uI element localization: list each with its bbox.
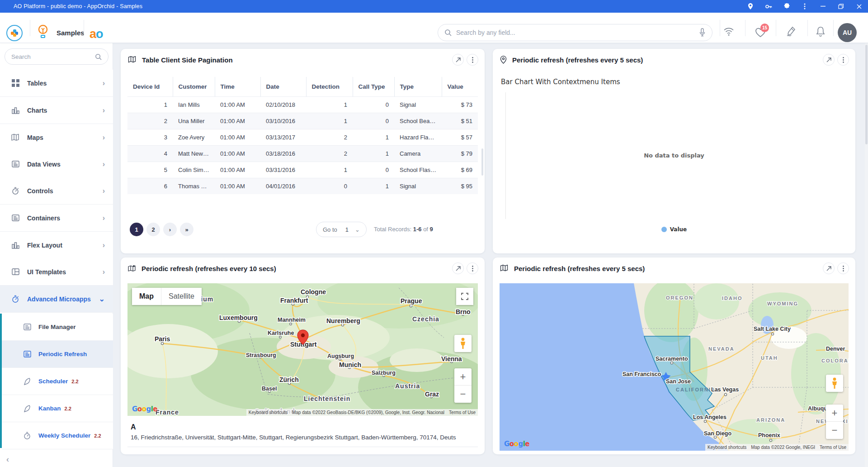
app-logo[interactable] <box>6 25 23 41</box>
column-header[interactable]: Call Type <box>353 77 394 96</box>
header-divider <box>84 20 84 36</box>
chart-legend[interactable]: Value <box>493 226 855 233</box>
satellite-button[interactable]: Satellite <box>161 288 202 305</box>
map-label: Luxembourg <box>219 314 258 321</box>
chevron-right-icon: › <box>103 241 105 249</box>
google-map-stuttgart[interactable]: Cologne Belgium Frankfurt Luxembourg Man… <box>127 283 478 416</box>
zoom-out-button[interactable]: − <box>826 422 843 439</box>
chevron-right-icon: › <box>103 268 105 276</box>
header-divider <box>776 20 776 36</box>
user-avatar[interactable]: AU <box>838 23 857 42</box>
close-button[interactable] <box>850 0 868 13</box>
ao-logo[interactable]: ao <box>90 27 103 41</box>
table-row[interactable]: 6Thomas Met…01:00 AM04/01/201601Signal$ … <box>127 178 478 194</box>
google-map-california[interactable]: OREGON IDAHO WYOMING Salt Lake City NEVA… <box>500 283 849 451</box>
map-label: San Diego <box>704 430 731 437</box>
map-button[interactable]: Map <box>132 288 161 305</box>
sidebar-item-flex-layout[interactable]: Flex Layout › <box>0 232 113 259</box>
card-menu-button[interactable] <box>467 54 478 66</box>
notifications-bell-icon[interactable] <box>816 26 826 39</box>
terms-link[interactable]: Terms of Use <box>447 409 478 416</box>
terms-link[interactable]: Terms of Use <box>817 444 849 451</box>
google-logo[interactable]: Google <box>132 405 157 413</box>
browser-menu-icon[interactable] <box>796 0 814 13</box>
sidebar-item-charts[interactable]: Charts › <box>0 97 113 124</box>
sidebar-search-input[interactable] <box>11 53 95 60</box>
restore-button[interactable] <box>832 0 850 13</box>
goto-page-value: 1 <box>345 226 349 233</box>
sidebar-subitem-periodic-refresh[interactable]: Periodic Refresh <box>2 341 113 368</box>
keyboard-shortcuts-link[interactable]: Keyboard shortcuts <box>246 409 290 416</box>
microphone-icon[interactable] <box>699 28 706 37</box>
sidebar-subitem-kanban[interactable]: Kanban 2.2 <box>2 395 113 422</box>
pegman-control[interactable] <box>454 335 472 352</box>
zoom-in-button[interactable]: + <box>454 368 472 386</box>
column-header[interactable]: Detection <box>306 77 353 96</box>
next-page-button[interactable]: › <box>163 223 177 236</box>
window-titlebar: AO Platform - public demo - AppOrchid - … <box>0 0 868 13</box>
favorites-heart-icon[interactable]: 15 <box>755 28 766 38</box>
last-page-button[interactable]: » <box>180 223 193 236</box>
column-header[interactable]: Device Id <box>127 77 173 96</box>
sidebar-item-tables[interactable]: Tables › <box>0 70 113 97</box>
chevron-right-icon: › <box>103 106 105 114</box>
table-row[interactable]: 4Matt Newman01:00 AM03/18/201621Camera$ … <box>127 145 478 162</box>
chevron-down-icon: ⌄ <box>99 295 105 303</box>
pegman-control[interactable] <box>826 375 843 392</box>
column-header[interactable]: Time <box>215 77 260 96</box>
sidebar-collapse-button[interactable]: ‹ <box>6 455 9 464</box>
signature-pen-icon[interactable] <box>785 26 796 39</box>
zoom-control: + − <box>826 405 843 439</box>
fullscreen-button[interactable] <box>456 288 473 305</box>
minimize-button[interactable] <box>814 0 832 13</box>
location-pin-icon[interactable] <box>741 0 760 13</box>
sidebar-subitem-weekly-scheduler[interactable]: Weekly Scheduler 2.2 <box>2 422 113 449</box>
google-logo[interactable]: Google <box>504 440 529 448</box>
column-header[interactable]: Value <box>442 77 478 96</box>
sidebar-item-data-views[interactable]: Data Views › <box>0 151 113 178</box>
sidebar-item-maps[interactable]: Maps › <box>0 124 113 151</box>
wifi-icon[interactable] <box>723 28 734 38</box>
header-divider <box>745 20 745 36</box>
keyboard-shortcuts-link[interactable]: Keyboard shortcuts <box>705 444 749 451</box>
sidebar-item-ui-templates[interactable]: UI Templates › <box>0 258 113 286</box>
table-row[interactable]: 1Ian Mills01:00 AM02/10/201810Signal$ 73 <box>127 96 478 113</box>
column-header[interactable]: Type <box>394 77 442 96</box>
page-1-button[interactable]: 1 <box>130 223 143 236</box>
header-divider <box>833 20 834 36</box>
expand-card-button[interactable] <box>452 54 464 66</box>
sidebar-subitem-file-manager[interactable]: File Manager <box>2 314 113 341</box>
table-row[interactable]: 3Zoe Avery01:00 AM03/13/201721Hazard Fla… <box>127 129 478 145</box>
column-header[interactable]: Date <box>260 77 306 96</box>
card-menu-button[interactable] <box>467 262 478 274</box>
key-icon[interactable] <box>760 0 778 13</box>
map-label: Los Angeles <box>693 414 726 420</box>
extensions-puzzle-icon[interactable] <box>778 0 796 13</box>
chevron-right-icon: › <box>103 160 105 168</box>
sidebar-item-advanced-microapps[interactable]: Advanced Microapps ⌄ <box>0 286 113 313</box>
table-scrollbar[interactable] <box>481 148 483 176</box>
data-table: Device Id Customer Time Date Detection C… <box>127 77 478 195</box>
window-scrollbar <box>865 43 868 467</box>
scrollbar-thumb[interactable] <box>865 45 868 144</box>
table-row[interactable]: 2Una Miller01:00 AM03/10/201610School Be… <box>127 113 478 129</box>
map-label: Zürich <box>279 376 299 383</box>
sidebar-subitem-scheduler[interactable]: Scheduler 2.2 <box>2 368 113 395</box>
sidebar-item-containers[interactable]: Containers › <box>0 205 113 232</box>
map-label: Vienna <box>441 355 462 362</box>
tables-grid-icon <box>11 79 20 87</box>
lightbulb-icon[interactable] <box>37 24 49 41</box>
expand-card-button[interactable] <box>823 262 835 274</box>
expand-card-button[interactable] <box>452 262 464 274</box>
expand-card-button[interactable] <box>823 54 835 66</box>
card-menu-button[interactable] <box>837 54 849 66</box>
global-search-input[interactable] <box>456 29 699 36</box>
sidebar-item-controls[interactable]: Controls › <box>0 177 113 205</box>
page-2-button[interactable]: 2 <box>146 223 160 236</box>
goto-page-select[interactable]: Go to 1 ⌄ <box>316 222 367 237</box>
column-header[interactable]: Customer <box>173 77 215 96</box>
zoom-out-button[interactable]: − <box>454 386 472 403</box>
table-row[interactable]: 5Colin Simps…01:00 AM03/31/201610School … <box>127 162 478 178</box>
card-menu-button[interactable] <box>837 262 849 274</box>
zoom-in-button[interactable]: + <box>826 405 843 422</box>
